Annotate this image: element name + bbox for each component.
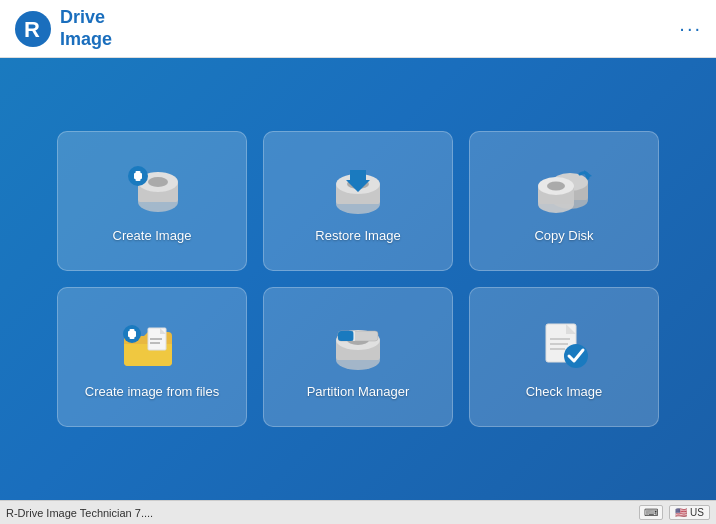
svg-rect-23 xyxy=(150,338,162,340)
create-image-label: Create Image xyxy=(113,228,192,243)
logo: R Drive Image xyxy=(14,7,112,50)
logo-text: Drive Image xyxy=(60,7,112,50)
svg-rect-8 xyxy=(136,171,141,181)
statusbar-right: ⌨ 🇺🇸 US xyxy=(639,505,710,520)
restore-image-tile[interactable]: Restore Image xyxy=(263,131,453,271)
menu-dots-button[interactable]: ··· xyxy=(679,17,702,40)
logo-line2: Image xyxy=(60,29,112,51)
create-image-icon xyxy=(116,160,188,220)
check-image-tile[interactable]: Check Image xyxy=(469,287,659,427)
tiles-grid: Create Image Restore Image xyxy=(57,131,659,427)
partition-manager-icon xyxy=(322,316,394,376)
svg-rect-27 xyxy=(130,329,135,339)
check-image-icon xyxy=(528,316,600,376)
flag-icon: 🇺🇸 xyxy=(675,507,687,518)
partition-manager-tile[interactable]: Partition Manager xyxy=(263,287,453,427)
svg-text:R: R xyxy=(24,17,40,42)
svg-rect-24 xyxy=(150,342,160,344)
svg-rect-37 xyxy=(550,343,568,345)
keyboard-indicator[interactable]: ⌨ xyxy=(639,505,663,520)
svg-marker-21 xyxy=(584,170,592,178)
check-image-label: Check Image xyxy=(526,384,603,399)
app-logo-icon: R xyxy=(14,10,52,48)
svg-rect-33 xyxy=(338,331,354,341)
svg-point-20 xyxy=(547,181,565,190)
copy-disk-label: Copy Disk xyxy=(534,228,593,243)
language-indicator[interactable]: 🇺🇸 US xyxy=(669,505,710,520)
restore-image-label: Restore Image xyxy=(315,228,400,243)
copy-disk-tile[interactable]: Copy Disk xyxy=(469,131,659,271)
svg-point-5 xyxy=(148,177,168,187)
header: R Drive Image ··· xyxy=(0,0,716,58)
create-files-label: Create image from files xyxy=(85,384,219,399)
lang-label: US xyxy=(690,507,704,518)
logo-line1: Drive xyxy=(60,7,112,29)
statusbar: R-Drive Image Technician 7.... ⌨ 🇺🇸 US xyxy=(0,500,716,524)
main-area: Create Image Restore Image xyxy=(0,58,716,500)
copy-disk-icon xyxy=(528,160,600,220)
create-files-icon xyxy=(116,316,188,376)
restore-image-icon xyxy=(322,160,394,220)
svg-rect-38 xyxy=(550,348,565,350)
create-image-tile[interactable]: Create Image xyxy=(57,131,247,271)
partition-manager-label: Partition Manager xyxy=(307,384,410,399)
svg-rect-36 xyxy=(550,338,570,340)
statusbar-app-name: R-Drive Image Technician 7.... xyxy=(6,507,153,519)
create-files-tile[interactable]: Create image from files xyxy=(57,287,247,427)
keyboard-icon: ⌨ xyxy=(644,507,658,518)
